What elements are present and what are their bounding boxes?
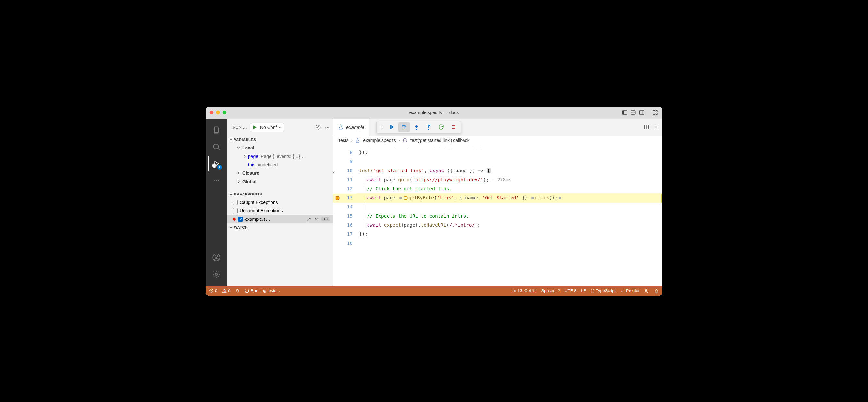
section-breakpoints[interactable]: BREAKPOINTS <box>227 190 333 198</box>
checkbox-icon[interactable] <box>232 208 238 213</box>
svg-point-24 <box>317 127 319 128</box>
debug-toolbar[interactable] <box>376 121 461 133</box>
scope-global[interactable]: Global <box>227 177 333 186</box>
ellipsis-icon[interactable] <box>653 124 658 130</box>
svg-point-42 <box>429 129 430 130</box>
svg-marker-61 <box>239 290 240 291</box>
feedback-icon[interactable] <box>644 288 649 293</box>
svg-rect-2 <box>631 110 636 114</box>
svg-point-22 <box>215 273 217 275</box>
debug-config[interactable]: No Conf <box>250 123 284 132</box>
checkbox-icon[interactable] <box>232 200 238 205</box>
explorer-icon[interactable] <box>209 122 224 138</box>
code-editor[interactable]: await expect(page).toHaveTitle(/Playwrig… <box>333 145 662 286</box>
settings-icon[interactable] <box>209 267 224 282</box>
encoding[interactable]: UTF-8 <box>564 288 577 293</box>
bell-icon[interactable] <box>654 288 659 293</box>
running-tests-item[interactable]: Running tests... <box>245 288 280 293</box>
language-mode[interactable]: { }TypeScript <box>590 288 616 293</box>
bp-caught[interactable]: Caught Exceptions <box>227 198 333 206</box>
debug-status-icon[interactable] <box>235 288 240 293</box>
customize-layout-icon[interactable] <box>652 109 658 116</box>
svg-point-56 <box>224 292 224 292</box>
warnings-item[interactable]: 0 <box>222 288 230 293</box>
errors-item[interactable]: 0 <box>209 288 217 293</box>
svg-point-47 <box>655 127 656 127</box>
ellipsis-icon[interactable] <box>324 125 330 130</box>
svg-point-25 <box>326 127 326 127</box>
layout-sidebar-left-icon[interactable] <box>621 109 628 116</box>
sidebar-title: RUN AND DEBUG <box>232 125 248 130</box>
bp-uncaught[interactable]: Uncaught Exceptions <box>227 206 333 215</box>
braces-icon: { } <box>590 288 594 293</box>
var-page[interactable]: page: Page {_events: {…}… <box>227 152 333 161</box>
svg-rect-1 <box>622 110 624 114</box>
bp-label: Uncaught Exceptions <box>240 208 330 213</box>
eol[interactable]: LF <box>581 288 586 293</box>
bp-line-number: 13 <box>321 217 330 222</box>
close-window-icon[interactable] <box>210 110 213 114</box>
continue-icon[interactable] <box>386 122 398 132</box>
tab-label: example <box>346 125 365 130</box>
inline-marker-icon <box>399 197 402 199</box>
step-into-icon[interactable] <box>411 122 422 132</box>
bp-label: Caught Exceptions <box>240 200 330 205</box>
svg-line-10 <box>218 148 219 150</box>
editor-area: example tests › <box>333 119 662 286</box>
checkbox-checked-icon[interactable] <box>238 216 243 222</box>
zoom-window-icon[interactable] <box>222 110 226 114</box>
accounts-icon[interactable] <box>209 249 224 265</box>
step-out-icon[interactable] <box>423 122 435 132</box>
bc-tests[interactable]: tests <box>339 138 349 143</box>
svg-point-18 <box>216 180 217 181</box>
svg-point-19 <box>218 180 219 181</box>
symbol-icon <box>403 138 408 143</box>
beaker-icon <box>338 124 343 130</box>
svg-point-62 <box>645 289 647 291</box>
step-over-icon[interactable] <box>398 122 410 132</box>
svg-rect-6 <box>653 110 655 115</box>
svg-rect-4 <box>639 110 644 114</box>
svg-rect-8 <box>656 113 657 115</box>
tab-example[interactable]: example <box>333 119 369 135</box>
section-variables[interactable]: VARIABLES <box>227 136 333 144</box>
breadcrumb[interactable]: tests › example.spec.ts › test('get star… <box>333 136 662 145</box>
remove-icon[interactable] <box>314 216 319 222</box>
split-editor-icon[interactable] <box>644 124 649 130</box>
more-icon[interactable] <box>209 173 224 188</box>
inline-marker-icon <box>531 197 534 199</box>
config-select[interactable]: No Conf <box>259 125 284 130</box>
stop-icon[interactable] <box>447 122 459 132</box>
restart-icon[interactable] <box>435 122 447 132</box>
gear-icon[interactable] <box>315 125 321 130</box>
cursor-position[interactable]: Ln 13, Col 14 <box>512 288 536 293</box>
scope-local[interactable]: Local <box>227 144 333 152</box>
minimize-window-icon[interactable] <box>216 110 220 114</box>
section-watch[interactable]: WATCH <box>227 223 333 231</box>
svg-point-21 <box>215 255 218 258</box>
layout-sidebar-right-icon[interactable] <box>638 109 645 116</box>
svg-point-40 <box>416 129 417 130</box>
svg-point-33 <box>382 127 383 127</box>
edit-icon[interactable] <box>307 216 312 222</box>
svg-point-46 <box>654 127 654 127</box>
grip-icon[interactable] <box>378 125 385 129</box>
scope-closure[interactable]: Closure <box>227 169 333 177</box>
svg-point-35 <box>382 128 383 128</box>
window-title: example.spec.ts — docs <box>206 110 662 115</box>
prettier-item[interactable]: Prettier <box>620 288 640 293</box>
search-icon[interactable] <box>209 139 224 155</box>
layout-panel-icon[interactable] <box>630 109 637 116</box>
svg-marker-23 <box>254 126 256 129</box>
start-debug-icon[interactable] <box>250 125 259 130</box>
var-this[interactable]: this: undefined <box>227 161 333 169</box>
svg-point-17 <box>213 180 214 181</box>
breakpoint-current-icon <box>335 196 340 200</box>
section-label: BREAKPOINTS <box>234 192 262 196</box>
indentation[interactable]: Spaces: 2 <box>541 288 560 293</box>
bp-file[interactable]: example.s… 13 <box>227 215 333 223</box>
run-debug-icon[interactable]: 1 <box>208 156 224 171</box>
bc-symbol[interactable]: test('get started link') callback <box>410 138 470 143</box>
bc-file[interactable]: example.spec.ts <box>363 138 396 143</box>
svg-point-27 <box>328 127 329 127</box>
